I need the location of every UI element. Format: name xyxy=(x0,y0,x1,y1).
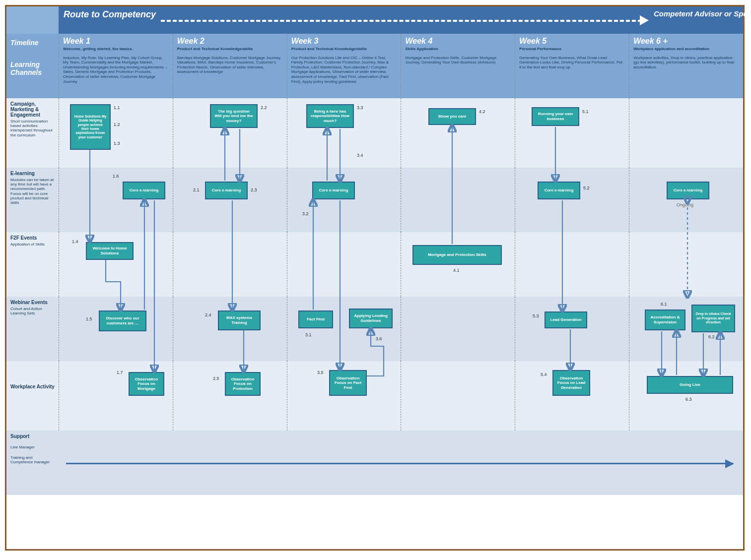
lane-workplace-label: Workplace Activity xyxy=(6,361,59,431)
lane-support-label: Support Line Manager Training and Compet… xyxy=(6,431,59,495)
box-w5-campaign: Running your own business xyxy=(532,107,579,126)
week6-head: Week 6 + Workplace application and accre… xyxy=(629,34,743,98)
box-w1-webinar: Discover who our customers are … xyxy=(99,311,146,331)
timeline-header: Timeline Learning Channels Week 1 Welcom… xyxy=(6,34,743,98)
lane-f2f-label: F2F Events Application of Skills xyxy=(6,232,59,297)
swimlanes: Campaign, Marketing & Engagement Short c… xyxy=(6,98,743,495)
week5-head: Week 5 Personal Performance Generating Y… xyxy=(515,34,629,98)
num-2-3: 2.3 xyxy=(251,187,257,192)
num-3-6: 3.6 xyxy=(376,336,382,341)
week4-head: Week 4 Skills Application Mortgage and P… xyxy=(401,34,515,98)
channels-label: Learning Channels xyxy=(10,61,55,76)
support-arrow xyxy=(66,463,733,464)
box-w6-elearning: Core e-learning xyxy=(667,182,709,199)
box-w1-workplace: Observation Focus on Mortgage xyxy=(129,372,164,396)
num-5-1: 5.1 xyxy=(582,109,589,114)
week2-head: Week 2 Product and Technical Knowledge/s… xyxy=(173,34,287,98)
num-1-5: 1.5 xyxy=(86,316,92,321)
box-w3-workplace: Observation Focus on Fact Find xyxy=(329,370,367,396)
box-w3-webinar-1: Fact Find xyxy=(298,311,333,328)
box-w5-elearning: Core e-learning xyxy=(538,182,580,199)
week3-head: Week 3 Product and Technical Knowledge/s… xyxy=(287,34,401,98)
box-w2-campaign: The big question Will you lend me the mo… xyxy=(210,104,258,128)
route-destination: Competent Advisor or Specialist xyxy=(649,6,743,34)
box-w4-campaign: Show you care xyxy=(428,108,476,125)
route-bar: Route to Competency Competent Advisor or… xyxy=(6,6,743,34)
route-arrow xyxy=(161,6,649,34)
num-3-2: 3.2 xyxy=(302,211,309,216)
num-2-1: 2.1 xyxy=(193,187,200,192)
num-3-5: 3.5 xyxy=(317,370,324,375)
box-w1-campaign: Home Solutions My Guide Helping people a… xyxy=(70,104,111,150)
num-3-3: 3.3 xyxy=(357,105,363,110)
box-w3-elearning: Core e-learning xyxy=(312,182,355,199)
box-w2-elearning: Core e-learning xyxy=(205,182,248,199)
num-1-6: 1.6 xyxy=(113,174,119,179)
route-title: Route to Competency xyxy=(59,6,161,34)
num-1-1: 1.1 xyxy=(114,105,120,110)
num-5-2: 5.2 xyxy=(583,186,590,190)
num-2-5: 2.5 xyxy=(213,376,219,381)
num-5-3: 5.3 xyxy=(533,313,539,318)
num-2-4: 2.4 xyxy=(205,312,211,317)
num-1-7: 1.7 xyxy=(117,370,123,375)
lane-support: Support Line Manager Training and Compet… xyxy=(6,431,743,495)
box-w6-workplace: Going Live xyxy=(647,376,733,394)
box-w1-elearning: Core e-learning xyxy=(123,182,165,199)
box-w5-webinar: Lead Generation xyxy=(545,311,587,328)
lane-webinar-label: Webinar Events Cohort and Action Learnin… xyxy=(6,297,59,361)
week1-head: Week 1 Welcome, getting started, the bas… xyxy=(59,34,173,98)
lane-campaign-label: Campaign, Marketing & Engagement Short c… xyxy=(6,98,59,168)
num-3-4: 3.4 xyxy=(357,153,363,158)
learning-pathway-diagram: Route to Competency Competent Advisor or… xyxy=(5,5,745,551)
route-left-blank xyxy=(6,6,59,34)
box-w4-f2f: Mortgage and Protection Skills xyxy=(412,245,502,265)
lane-elearning-label: E-learning Modules can be taken at any t… xyxy=(6,168,59,232)
num-1-3: 1.3 xyxy=(114,141,120,146)
num-6-2: 6.2 xyxy=(708,334,715,339)
timeline-label: Timeline xyxy=(10,39,39,47)
num-4-2: 4.2 xyxy=(479,109,485,114)
box-w3-webinar-2: Applying Lending Guidelines xyxy=(349,309,393,328)
num-1-2: 1.2 xyxy=(114,122,120,127)
timeline-left: Timeline Learning Channels xyxy=(6,34,59,98)
box-w2-workplace: Observation Focus on Protection xyxy=(225,372,261,396)
num-3-1: 3.1 xyxy=(305,332,312,337)
box-w1-f2f: Welcome to Home Solutions xyxy=(86,242,134,260)
num-5-4: 5.4 xyxy=(541,372,547,377)
num-6-1: 6.1 xyxy=(661,302,667,307)
box-w3-campaign: Being a hero has responsibilities How mu… xyxy=(306,104,354,128)
num-6-3: 6.3 xyxy=(685,397,692,402)
box-w6-webinar-1: Accreditation & Supervision xyxy=(645,310,685,330)
label-ongoing: Ongoing xyxy=(677,202,693,207)
num-2-2: 2.2 xyxy=(261,105,267,110)
box-w6-webinar-2: Drop in clinics Check on Progress and se… xyxy=(691,305,735,332)
box-w2-webinar: MAX systems Training xyxy=(218,311,261,330)
num-4-1: 4.1 xyxy=(453,268,460,273)
num-1-4: 1.4 xyxy=(72,239,78,244)
box-w5-workplace: Observation Focus on Lead Generation xyxy=(552,370,590,396)
